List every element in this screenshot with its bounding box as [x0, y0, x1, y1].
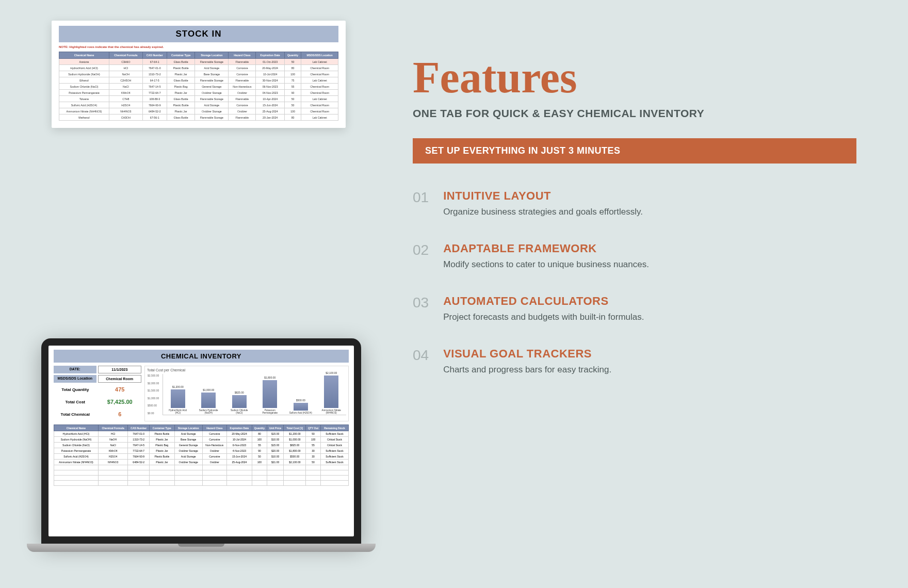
feature-number: 04 [413, 347, 429, 375]
inv-header: Total Cost [1] [284, 425, 306, 431]
chart-bar: $1,000.00Sodium Hydroxide (NaOH) [197, 393, 221, 415]
stock-header: MSDS/SDS Location [301, 52, 338, 59]
feature-desc: Organize business strategies and goals e… [443, 207, 643, 217]
location-label: MSDS/SDS Location [54, 375, 96, 383]
table-row: Hydrochloric Acid (HCl)HCl7647-01-0Plast… [54, 431, 349, 437]
inventory-stats-panel: DATE: 11/1/2023 MSDS/SDS Location Chemic… [54, 366, 141, 421]
features-subtitle: ONE TAB FOR QUICK & EASY CHEMICAL INVENT… [413, 107, 856, 120]
stock-note: NOTE: Highlighted rows indicate that the… [59, 45, 338, 48]
feature-desc: Charts and progress bars for easy tracki… [443, 365, 611, 375]
total-cost-value: $7,425.00 [99, 397, 142, 407]
feature-desc: Modify sections to cater to unique busin… [443, 259, 649, 270]
date-label: DATE: [54, 366, 96, 373]
table-row: Sodium Hydroxide (NaOH)NaOH1310-73-2Plas… [54, 437, 349, 443]
table-row [54, 481, 349, 486]
table-row: Sodium Chloride (NaCl)NaCl7647-14-5Plast… [54, 443, 349, 448]
stock-header: Hazard Class [229, 52, 256, 59]
date-value: 11/1/2023 [98, 366, 142, 373]
table-row: TolueneC7H8108-88-3Glass BottleFlammable… [59, 96, 338, 102]
stock-header: Container Type [167, 52, 194, 59]
inv-header: Storage Location [174, 425, 202, 431]
table-row: Hydrochloric Acid (HCl)HCl7647-01-0Plast… [59, 65, 338, 71]
table-row [54, 465, 349, 470]
inv-header: Chemical Formula [98, 425, 127, 431]
table-row [54, 470, 349, 476]
feature-heading: INTUITIVE LAYOUT [443, 189, 643, 203]
features-title: Features [413, 52, 856, 103]
table-row: AcetoneC3H6O67-64-1Glass BottleFlammable… [59, 59, 338, 65]
chart-title: Total Cost per Chemical [147, 368, 346, 372]
feature-item: 04VISUAL GOAL TRACKERSCharts and progres… [413, 347, 856, 375]
stock-in-table: Chemical NameChemical FormulaCAS NumberC… [59, 52, 338, 121]
table-row: Sulfuric Acid (H2SO4)H2SO47664-93-9Plast… [54, 454, 349, 460]
stock-in-card: STOCK IN NOTE: Highlighted rows indicate… [52, 21, 346, 128]
laptop-mockup: CHEMICAL INVENTORY DATE: 11/1/2023 MSDS/… [41, 338, 361, 552]
chart-bar: $825.00Sodium Chloride (NaCl) [228, 395, 251, 415]
table-row: Ammonium Nitrate (NH4NO3)NH4NO36484-52-2… [54, 460, 349, 465]
chart-bar: $2,100.00Ammonium Nitrate (NH4NO3) [320, 375, 344, 415]
stock-header: Chemical Formula [109, 52, 142, 59]
feature-item: 02ADAPTABLE FRAMEWORKModify sections to … [413, 242, 856, 270]
table-row: Sodium Hydroxide (NaOH)NaOH1310-73-2Plas… [59, 71, 338, 77]
location-value: Chemical Room [98, 375, 142, 383]
inv-header: Unit Price [267, 425, 284, 431]
inventory-title: CHEMICAL INVENTORY [54, 350, 349, 363]
chart-bar: $500.00Sulfuric Acid (H2SO4) [289, 403, 313, 415]
inv-header: Hazard Class [202, 425, 226, 431]
inv-header: Chemical Name [54, 425, 99, 431]
stock-header: Expiration Date [256, 52, 284, 59]
feature-number: 02 [413, 242, 429, 270]
table-row: Sulfuric Acid (H2SO4)H2SO47664-93-9Plast… [59, 102, 338, 108]
inv-header: Expiration Date [226, 425, 252, 431]
table-row: Ammonium Nitrate (NH4NO3)NH4NO36484-52-2… [59, 108, 338, 115]
inv-header: Remaining Stock [320, 425, 348, 431]
inv-header: QTY Out [306, 425, 321, 431]
feature-heading: ADAPTABLE FRAMEWORK [443, 242, 649, 255]
table-row [54, 476, 349, 481]
feature-item: 03AUTOMATED CALCULATORSProject forecasts… [413, 295, 856, 322]
stock-header: Storage Location [195, 52, 229, 59]
stock-in-title: STOCK IN [59, 26, 338, 42]
laptop-base [27, 544, 376, 552]
total-chem-value: 6 [99, 409, 142, 420]
inv-header: Container Type [150, 425, 174, 431]
table-row: Potassium PermanganateKMnO47722-64-7Plas… [54, 448, 349, 454]
feature-heading: AUTOMATED CALCULATORS [443, 295, 644, 308]
chart-bar: $1,200.00Hydrochloric Acid (HCl) [166, 389, 190, 415]
feature-heading: VISUAL GOAL TRACKERS [443, 347, 611, 361]
table-row: MethanolCH3OH67-56-1Glass BottleFlammabl… [59, 115, 338, 121]
total-chem-label: Total Chemical [54, 409, 97, 420]
table-row: Sodium Chloride (NaCl)NaCl7647-14-5Plast… [59, 84, 338, 90]
stock-header: Quantity [284, 52, 301, 59]
feature-number: 01 [413, 189, 429, 217]
feature-number: 03 [413, 295, 429, 322]
total-qty-value: 475 [99, 384, 142, 395]
inventory-chart: Total Cost per Chemical $2,500.00$2,000.… [144, 366, 349, 421]
total-qty-label: Total Quantity [54, 384, 97, 395]
chart-bar: $1,800.00Potassium Permanganate [258, 380, 282, 415]
table-row: EthanolC2H5OH64-17-5Glass BottleFlammabl… [59, 77, 338, 84]
feature-desc: Project forecasts and budgets with built… [443, 312, 644, 322]
inventory-table: Chemical NameChemical FormulaCAS NumberC… [54, 424, 349, 486]
total-cost-label: Total Cost [54, 397, 97, 407]
feature-item: 01INTUITIVE LAYOUTOrganize business stra… [413, 189, 856, 217]
stock-header: CAS Number [142, 52, 167, 59]
stock-header: Chemical Name [59, 52, 109, 59]
inv-header: Quantity [252, 425, 267, 431]
inv-header: CAS Number [128, 425, 150, 431]
table-row: Potassium PermanganateKMnO47722-64-7Plas… [59, 90, 338, 96]
setup-bar: SET UP EVERYTHING IN JUST 3 MINUTES [413, 138, 856, 164]
